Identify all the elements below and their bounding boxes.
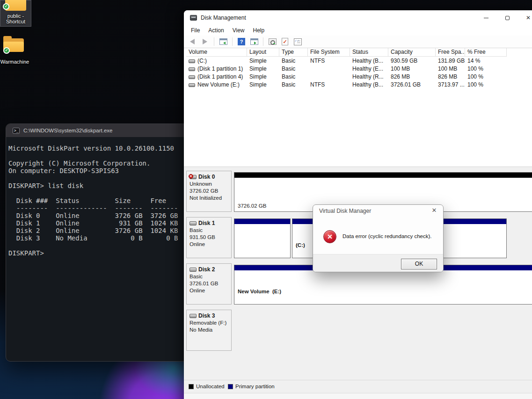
partition-color-band [234,173,532,178]
sync-check-icon: ✓ [3,47,10,54]
desktop-icon-public-shortcut[interactable]: ✓ public - Shortcut [0,0,31,27]
column-header-volume[interactable]: Volume [186,48,247,57]
volume-icon [189,59,195,63]
properties-button[interactable] [268,37,277,46]
legend-unallocated: Unallocated [189,384,225,389]
disk-management-app-icon [190,15,197,21]
partition-color-band [234,219,290,225]
maximize-icon [505,16,510,20]
console-tree-icon [219,38,227,45]
window-title: Disk Management [201,15,246,21]
column-header-file-system[interactable]: File System [308,48,350,57]
status-bar [184,393,532,399]
dialog-title: Virtual Disk Manager [319,208,371,214]
dialog-titlebar[interactable]: Virtual Disk Manager ✕ [313,205,443,217]
menu-action[interactable]: Action [204,26,228,35]
disk1-header-panel[interactable]: Disk 1 Basic 931.50 GB Online [186,217,232,258]
legend-bar: Unallocated Primary partition [184,380,532,393]
action-pane-icon [250,38,258,45]
forward-arrow-icon [203,39,207,44]
minimize-button[interactable] [483,15,489,21]
column-header-capacity[interactable]: Capacity [388,48,436,57]
toolbar-separator [214,37,214,46]
icon-label-line1: public - [0,13,31,19]
close-button[interactable]: ✕ [525,15,531,21]
back-button[interactable] [188,37,197,46]
help-icon: ? [238,38,245,45]
console-icon: >_ [13,128,20,134]
magnifier-icon [269,38,277,45]
column-header-free-space[interactable]: Free Spa... [436,48,465,57]
dialog-message: Data error (cyclic redundancy check). [343,233,431,239]
check-disk-button[interactable]: ✓ [280,37,290,46]
disk3-header-panel[interactable]: Disk 3 Removable (F:) No Media [186,310,232,351]
menu-help[interactable]: Help [249,26,269,35]
primary-partition-swatch [228,384,233,389]
unallocated-swatch [189,384,194,389]
desktop-icon-warmachine[interactable]: ✓ Warmachine [0,36,31,66]
show-console-tree-button[interactable] [219,37,228,46]
icon-label-line2: Shortcut [0,19,31,24]
desktop: { "desktop": { "icons": [ { "line1": "pu… [0,0,532,399]
disk2-header-panel[interactable]: Disk 2 Basic 3726.01 GB Online [186,263,232,305]
toolbar-separator [263,37,263,46]
minimize-icon [484,18,488,18]
error-icon: ✕ [323,230,336,243]
menu-file[interactable]: File [187,26,204,35]
volume-icon [189,83,195,87]
volume-icon [189,75,195,79]
back-arrow-icon [190,39,195,44]
volume-icon [189,67,195,71]
sync-check-icon: ✓ [3,3,9,10]
toolbar: ? ✓ [184,36,532,48]
view-options-button[interactable] [293,37,302,46]
pane-splitter[interactable] [184,167,532,170]
column-header-status[interactable]: Status [350,48,388,57]
disk-row-3: Disk 3 Removable (F:) No Media [184,310,532,351]
dialog-footer: OK [313,254,443,272]
partition-efi[interactable]: 100 MB Healthy (EFI System Partition) [234,218,291,258]
window-titlebar[interactable]: Disk Management [184,10,532,25]
dialog-close-button[interactable]: ✕ [430,207,438,214]
disk0-header-panel[interactable]: ✕Disk 0 Unknown 3726.02 GB Not Initializ… [186,171,232,212]
terminal-title: C:\WINDOWS\system32\diskpart.exe [23,128,112,133]
disk-icon [189,221,197,225]
disk-icon [189,314,197,318]
show-action-pane-button[interactable] [249,37,259,46]
menu-view[interactable]: View [228,26,249,35]
column-header-pct-free[interactable]: % Free [465,48,507,57]
menubar: File Action View Help [184,25,532,36]
legend-primary-partition: Primary partition [228,384,275,389]
icon-label-line1: Warmachine [0,59,31,65]
column-header-layout[interactable]: Layout [247,48,279,57]
error-badge-icon: ✕ [189,174,193,179]
column-header-type[interactable]: Type [279,48,308,57]
checklist-icon [294,38,302,45]
disk-icon: ✕ [189,175,197,179]
check-icon: ✓ [282,38,288,45]
forward-button[interactable] [200,37,210,46]
maximize-button[interactable] [504,15,510,21]
toolbar-separator [232,37,233,46]
help-button[interactable]: ? [237,37,246,46]
virtual-disk-manager-dialog: Virtual Disk Manager ✕ ✕ Data error (cyc… [313,204,444,272]
ok-button[interactable]: OK [401,259,437,269]
graphical-view: ✕Disk 0 Unknown 3726.02 GB Not Initializ… [184,170,532,380]
volume-list: Volume Layout Type File System Status Ca… [184,48,532,167]
disk-icon [189,268,197,272]
